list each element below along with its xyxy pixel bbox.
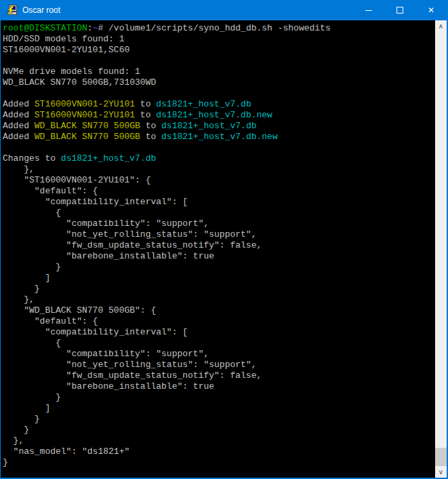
terminal-line: ST16000VN001-2YU101,SC60 [3, 45, 435, 56]
terminal-text: } [3, 457, 8, 467]
terminal-text: ST16000VN001-2YU101,SC60 [3, 45, 129, 55]
terminal-line: "compatibility_interval": [ [3, 197, 435, 208]
terminal-line: }, [3, 164, 435, 175]
terminal-text: ds1821+_host_v7.db.new [156, 110, 272, 120]
terminal-text: root@DISKSTATION [3, 23, 87, 33]
putty-terminal-icon [6, 5, 17, 16]
terminal-text: "default": { [3, 186, 98, 196]
terminal-text: Changes to [3, 153, 61, 164]
terminal-text: : [87, 23, 93, 33]
terminal-text: "WD_BLACK SN770 500GB": { [3, 305, 156, 315]
terminal-line [3, 142, 435, 153]
terminal-text: }, [3, 164, 35, 174]
terminal-line: Changes to ds1821+_host_v7.db [3, 153, 435, 164]
terminal-text: ds1821+_host_v7.db [161, 121, 256, 131]
putty-app-icon[interactable] [6, 5, 17, 16]
window-body: root@DISKSTATION:~# /volume1/scripts/syn… [1, 20, 447, 478]
scroll-up-button[interactable]: ∧ [435, 20, 447, 32]
terminal-line: root@DISKSTATION:~# /volume1/scripts/syn… [3, 23, 435, 34]
terminal-text: ] [3, 273, 50, 283]
terminal-text: "fw_dsm_update_status_notify": false, [3, 370, 262, 381]
terminal-line: } [3, 392, 435, 403]
terminal-line: ] [3, 273, 435, 284]
terminal-text: "compatibility": "support", [3, 218, 209, 229]
close-icon: ✕ [428, 6, 434, 14]
terminal-line: Added ST16000VN001-2YU101 to ds1821+_hos… [3, 99, 435, 110]
terminal-line: Added WD_BLACK SN770 500GB to ds1821+_ho… [3, 121, 435, 132]
terminal-line: } [3, 425, 435, 436]
terminal-text: Added [3, 132, 35, 142]
terminal-text: }, [3, 436, 24, 446]
chevron-up-icon: ∧ [439, 23, 443, 30]
scrollbar-track[interactable] [435, 32, 447, 466]
terminal-text: to [140, 121, 161, 131]
minimize-button[interactable] [353, 0, 384, 20]
terminal-text: "compatibility_interval": [ [3, 197, 188, 207]
chevron-down-icon: ∨ [439, 469, 443, 476]
terminal-text: # /volume1/scripts/syno_hdd_db.sh -showe… [98, 23, 330, 33]
terminal-text: Added [3, 99, 35, 109]
window-title: Oscar root [22, 5, 353, 15]
terminal-line: "default": { [3, 186, 435, 197]
terminal-text: ST16000VN001-2YU101 [35, 99, 135, 109]
terminal-line: "barebone_installable": true [3, 381, 435, 392]
terminal-text: to [135, 110, 156, 120]
terminal-line: }, [3, 294, 435, 305]
terminal-line: } [3, 262, 435, 273]
terminal-text: "ST16000VN001-2YU101": { [3, 175, 150, 185]
terminal-text: HDD/SSD models found: 1 [3, 34, 124, 44]
titlebar[interactable]: Oscar root ✕ [1, 0, 447, 20]
terminal-text: WD_BLACK SN770 500GB,731030WD [3, 77, 156, 88]
terminal-output[interactable]: root@DISKSTATION:~# /volume1/scripts/syn… [1, 20, 435, 478]
terminal-line: "ST16000VN001-2YU101": { [3, 175, 435, 186]
terminal-text: to [140, 132, 161, 142]
terminal-line: "WD_BLACK SN770 500GB": { [3, 305, 435, 316]
terminal-line: }, [3, 436, 435, 446]
terminal-text: } [3, 262, 61, 272]
terminal-text: } [3, 414, 40, 424]
terminal-line: { [3, 208, 435, 218]
scrollbar-thumb[interactable] [435, 448, 447, 466]
maximize-button[interactable] [384, 0, 415, 20]
terminal-text: WD_BLACK SN770 500GB [35, 132, 140, 142]
terminal-line: "compatibility_interval": [ [3, 327, 435, 338]
maximize-icon [396, 7, 403, 14]
terminal-line: HDD/SSD models found: 1 [3, 34, 435, 45]
terminal-line: "nas_model": "ds1821+" [3, 446, 435, 457]
terminal-text: NVMe drive models found: 1 [3, 66, 140, 77]
terminal-text: "not_yet_rolling_status": "support", [3, 229, 256, 240]
terminal-line: ] [3, 403, 435, 414]
terminal-line: } [3, 414, 435, 425]
terminal-text: ds1821+_host_v7.db.new [161, 132, 278, 142]
terminal-line: "barebone_installable": true [3, 251, 435, 262]
minimize-icon [365, 10, 372, 11]
terminal-line: Added ST16000VN001-2YU101 to ds1821+_hos… [3, 110, 435, 121]
terminal-line: { [3, 338, 435, 349]
terminal-text: "compatibility": "support", [3, 349, 209, 359]
terminal-text: ST16000VN001-2YU101 [35, 110, 135, 120]
close-button[interactable]: ✕ [415, 0, 447, 20]
terminal-text: } [3, 392, 61, 402]
terminal-text: "barebone_installable": true [3, 381, 214, 391]
terminal-line [3, 56, 435, 66]
terminal-line: "compatibility": "support", [3, 218, 435, 229]
terminal-text: "compatibility_interval": [ [3, 327, 188, 337]
terminal-text: "barebone_installable": true [3, 251, 214, 261]
scrollbar[interactable]: ∧ ∨ [435, 20, 447, 478]
terminal-line: "not_yet_rolling_status": "support", [3, 360, 435, 370]
terminal-text: WD_BLACK SN770 500GB [35, 121, 140, 131]
terminal-line: "default": { [3, 316, 435, 327]
scroll-down-button[interactable]: ∨ [435, 466, 447, 478]
terminal-text: } [3, 425, 29, 435]
terminal-line: Added WD_BLACK SN770 500GB to ds1821+_ho… [3, 132, 435, 142]
terminal-line: } [3, 457, 435, 468]
terminal-line: "fw_dsm_update_status_notify": false, [3, 370, 435, 381]
terminal-text: { [3, 338, 61, 348]
terminal-line: "compatibility": "support", [3, 349, 435, 360]
terminal-text: }, [3, 294, 35, 305]
terminal-line: WD_BLACK SN770 500GB,731030WD [3, 77, 435, 88]
terminal-line: "not_yet_rolling_status": "support", [3, 229, 435, 240]
terminal-text: } [3, 284, 40, 294]
terminal-text: ds1821+_host_v7.db [61, 153, 156, 164]
terminal-text: ds1821+_host_v7.db [156, 99, 251, 109]
